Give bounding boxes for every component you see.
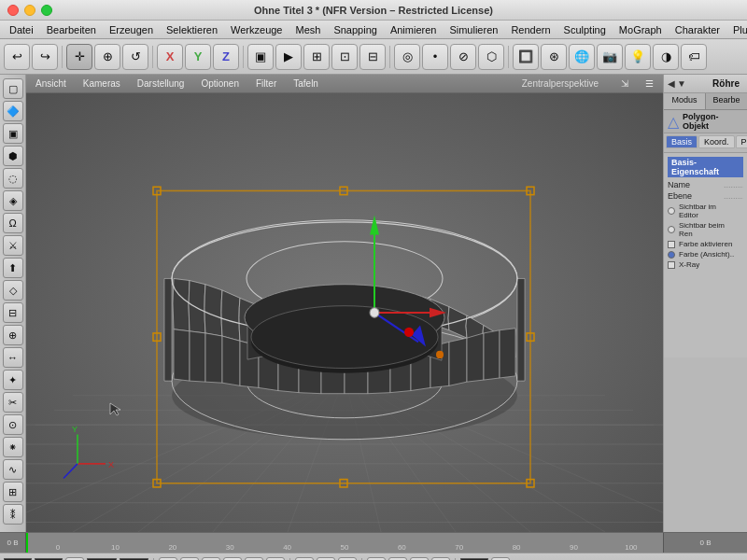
view-menu[interactable]: Ansicht [32, 78, 70, 89]
options-btn[interactable]: ☰ [491, 557, 510, 561]
panels-menu[interactable]: Tafeln [289, 78, 322, 89]
goto-end-button[interactable]: ⏭ [266, 557, 285, 561]
radio-sichtbar-editor[interactable] [668, 207, 675, 215]
viewport[interactable]: Ansicht Kameras Darstellung Optionen Fil… [26, 75, 663, 532]
move-tool[interactable]: ✛ [66, 44, 92, 70]
check-farbe[interactable] [668, 241, 675, 248]
filter-menu[interactable]: Filter [252, 78, 280, 89]
bridge-tool[interactable]: ⊟ [3, 302, 23, 323]
menu-item-selektieren[interactable]: Selektieren [161, 23, 223, 36]
loop-cut[interactable]: ⊙ [3, 414, 23, 435]
snap-frame[interactable]: ⊞ [367, 557, 386, 561]
panel-collapse[interactable]: ◀ [668, 78, 675, 89]
basis-tab[interactable]: Basis [666, 135, 698, 148]
knife-tool[interactable]: ⚔ [3, 235, 23, 256]
matrix-extrude[interactable]: ⁑ [3, 504, 23, 525]
camera-btn[interactable]: 📷 [597, 44, 623, 70]
help-button[interactable]: ? [338, 557, 357, 561]
minimize-button[interactable] [24, 5, 35, 16]
box-select[interactable]: ▣ [3, 123, 23, 144]
panel-options[interactable]: ▼ [677, 78, 686, 89]
menu-item-werkzeuge[interactable]: Werkzeuge [225, 23, 288, 36]
menu-item-erzeugen[interactable]: Erzeugen [104, 23, 159, 36]
close-button[interactable] [7, 5, 19, 16]
play-forward-button[interactable]: ▶ [223, 557, 242, 561]
menu-item-mesh[interactable]: Mesh [289, 23, 326, 36]
set-point-value[interactable]: ✦ [3, 370, 23, 390]
options-menu[interactable]: Optionen [197, 78, 243, 89]
check-xray[interactable] [668, 261, 675, 269]
spline-tool[interactable]: ∿ [3, 459, 23, 480]
mode-tab[interactable]: Modus [664, 93, 706, 109]
menu-item-snapping[interactable]: Snapping [328, 23, 383, 36]
cameras-menu[interactable]: Kameras [79, 78, 124, 89]
render-region[interactable]: ▣ [247, 44, 274, 70]
mirror-tool[interactable]: ⊞ [3, 482, 23, 502]
snap-toggle[interactable]: 🔲 [513, 44, 539, 70]
timeline-ruler[interactable]: 0 B 0 10 20 30 40 50 60 70 80 90 100 0 B [0, 532, 747, 553]
goto-start-button[interactable]: ⏮ [159, 557, 177, 561]
z-axis[interactable]: Z [213, 44, 239, 70]
record-scheme[interactable]: ⊛ [431, 557, 450, 561]
menu-item-simulieren[interactable]: Simulieren [444, 23, 503, 36]
point-mode[interactable]: • [422, 44, 448, 70]
radio-sichtbar-render[interactable] [668, 226, 675, 233]
magnet-tool[interactable]: Ω [3, 213, 23, 233]
loop-button[interactable]: ↺ [388, 557, 407, 561]
brush-tool[interactable]: ⬢ [3, 146, 23, 166]
phy-tab[interactable]: Ph. [736, 135, 747, 148]
menu-item-bearbeiten[interactable]: Bearbeiten [41, 23, 102, 36]
viewport-options[interactable]: ☰ [641, 78, 657, 89]
object-mode[interactable]: ◎ [394, 44, 420, 70]
rotate-tool[interactable]: ↺ [122, 44, 148, 70]
light-btn[interactable]: 💡 [625, 44, 651, 70]
menu-item-charakter[interactable]: Charakter [669, 23, 726, 36]
redo-button[interactable]: ↪ [32, 44, 58, 70]
slide-tool[interactable]: ↔ [3, 347, 23, 368]
weld-tool[interactable]: ⊕ [3, 325, 23, 345]
menu-item-rendern[interactable]: Rendern [505, 23, 556, 36]
koord-tab[interactable]: Koord. [698, 135, 735, 148]
play-back-button[interactable]: ◀ [202, 557, 220, 561]
tag-btn[interactable]: 🏷 [681, 44, 707, 70]
scale-tool[interactable]: ⊕ [94, 44, 120, 70]
edge-mode[interactable]: ⊘ [450, 44, 476, 70]
live-select[interactable]: 🔷 [3, 101, 23, 121]
render-view[interactable]: ▶ [275, 44, 302, 70]
stitch-sew[interactable]: ⁕ [3, 437, 23, 457]
poly-mode[interactable]: ⬡ [478, 44, 504, 70]
radio-farbe-ansicht[interactable] [668, 251, 675, 259]
prev-frame-button[interactable]: ◀◀ [180, 557, 199, 561]
undo-button[interactable]: ↩ [4, 44, 30, 70]
record-button[interactable]: ⏺ [295, 557, 314, 561]
render-frame[interactable]: ⊞ [303, 44, 330, 70]
canvas-area[interactable]: X Y [26, 93, 663, 532]
axis-toggle[interactable]: ⊛ [541, 44, 567, 70]
window-controls[interactable] [7, 5, 52, 16]
extrude-tool[interactable]: ⬆ [3, 258, 23, 278]
poly-select[interactable]: ◈ [3, 190, 23, 211]
menu-item-plug-ins[interactable]: Plug-ins [727, 23, 747, 36]
menu-item-animieren[interactable]: Animieren [385, 23, 443, 36]
auto-key[interactable]: ⏺ [317, 557, 335, 561]
y-axis[interactable]: Y [185, 44, 211, 70]
maximize-button[interactable] [41, 5, 52, 16]
x-axis[interactable]: X [157, 44, 183, 70]
menu-item-mograph[interactable]: MoGraph [613, 23, 668, 36]
timeline-track[interactable]: 0 10 20 30 40 50 60 70 80 90 100 [26, 533, 663, 553]
bevel-tool[interactable]: ◇ [3, 280, 23, 301]
coord-system[interactable]: 🌐 [569, 44, 595, 70]
menu-item-datei[interactable]: Datei [4, 23, 39, 36]
tool5[interactable]: ⊡ [331, 44, 358, 70]
viewport-expand[interactable]: ⇲ [617, 78, 632, 89]
select-tool[interactable]: ▢ [3, 78, 23, 99]
edit-tab[interactable]: Bearbe [706, 93, 747, 109]
increment-btn[interactable]: ▲ [65, 557, 84, 561]
menu-item-sculpting[interactable]: Sculpting [558, 23, 612, 36]
tool6[interactable]: ⊟ [359, 44, 386, 70]
material-btn[interactable]: ◑ [653, 44, 679, 70]
lasso-tool[interactable]: ◌ [3, 168, 23, 189]
scheme-button[interactable]: ⊙ [410, 557, 429, 561]
display-menu[interactable]: Darstellung [134, 78, 189, 89]
edge-cut[interactable]: ✂ [3, 392, 23, 413]
